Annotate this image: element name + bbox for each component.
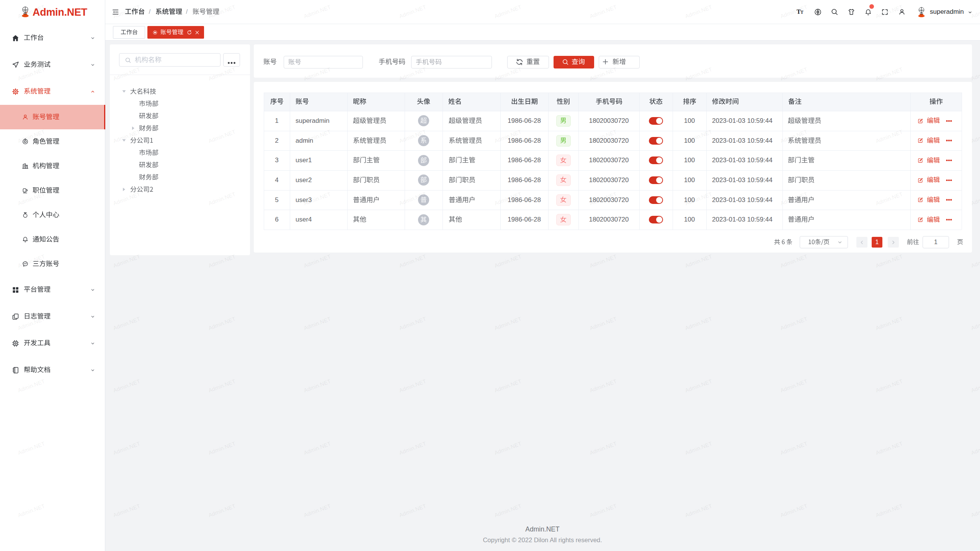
svg-text:T: T <box>800 10 804 15</box>
